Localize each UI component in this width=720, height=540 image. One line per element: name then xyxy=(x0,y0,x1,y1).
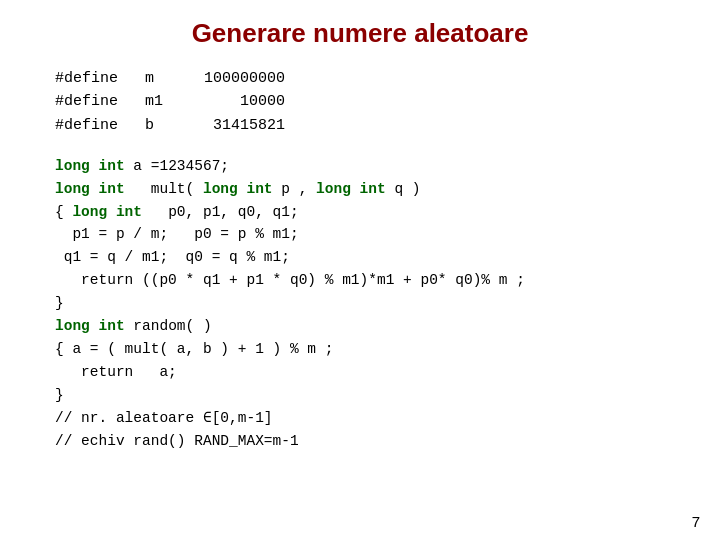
define-value-m: 100000000 xyxy=(195,67,285,90)
code-line-6: return ((p0 * q1 + p1 * q0) % m1)*m1 + p… xyxy=(55,269,690,292)
define-keyword-b: #define xyxy=(55,114,145,137)
define-value-b: 31415821 xyxy=(195,114,285,137)
content-area: #define m 100000000 #define m1 10000 #de… xyxy=(0,67,720,453)
code-line-2: long int mult( long int p , long int q ) xyxy=(55,178,690,201)
code-block: long int a =1234567; long int mult( long… xyxy=(55,155,690,453)
define-row-m: #define m 100000000 xyxy=(55,67,690,90)
code-line-12: // nr. aleatoare ∈[0,m-1] xyxy=(55,407,690,430)
define-name-m: m xyxy=(145,67,195,90)
define-value-m1: 10000 xyxy=(195,90,285,113)
code-line-3: { long int p0, p1, q0, q1; xyxy=(55,201,690,224)
define-row-b: #define b 31415821 xyxy=(55,114,690,137)
code-line-4: p1 = p / m; p0 = p % m1; xyxy=(55,223,690,246)
code-line-9: { a = ( mult( a, b ) + 1 ) % m ; xyxy=(55,338,690,361)
define-name-b: b xyxy=(145,114,195,137)
code-line-13: // echiv rand() RAND_MAX=m-1 xyxy=(55,430,690,453)
code-line-11: } xyxy=(55,384,690,407)
define-row-m1: #define m1 10000 xyxy=(55,90,690,113)
code-line-1: long int a =1234567; xyxy=(55,155,690,178)
title: Generare numere aleatoare xyxy=(0,0,720,67)
code-line-10: return a; xyxy=(55,361,690,384)
define-keyword-m1: #define xyxy=(55,90,145,113)
define-keyword-m: #define xyxy=(55,67,145,90)
page-number: 7 xyxy=(692,513,700,530)
define-name-m1: m1 xyxy=(145,90,195,113)
code-line-7: } xyxy=(55,292,690,315)
code-line-8: long int random( ) xyxy=(55,315,690,338)
defines-block: #define m 100000000 #define m1 10000 #de… xyxy=(55,67,690,137)
code-line-5: q1 = q / m1; q0 = q % m1; xyxy=(55,246,690,269)
